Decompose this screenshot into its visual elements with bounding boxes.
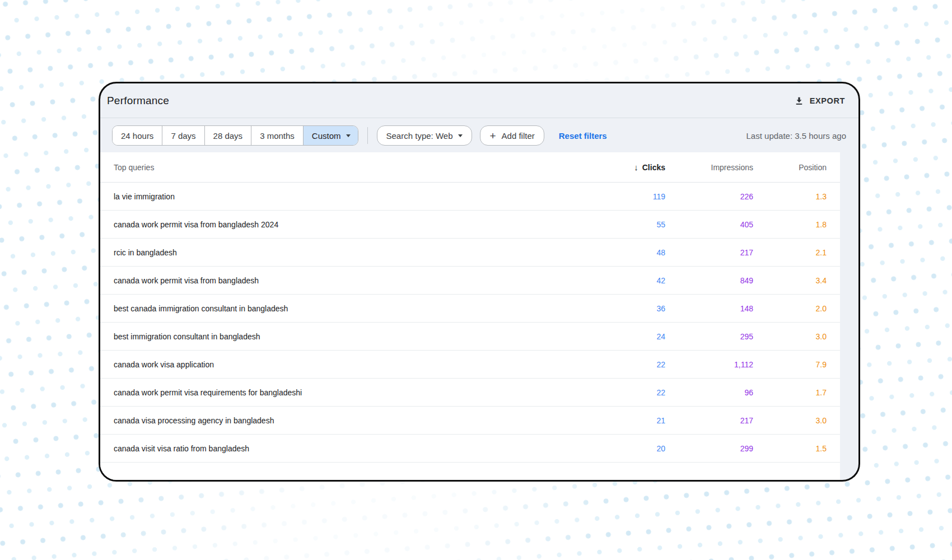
filter-toolbar: 24 hours7 days28 days3 monthsCustom Sear…: [100, 118, 858, 153]
table-row[interactable]: canada work permit visa from bangladesh …: [100, 267, 840, 295]
impressions-value: 299: [665, 444, 753, 453]
impressions-value: 226: [665, 192, 753, 201]
date-range-28-days[interactable]: 28 days: [205, 126, 252, 145]
clicks-value: 22: [598, 388, 665, 397]
plus-icon: +: [489, 130, 496, 141]
impressions-value: 148: [665, 304, 753, 313]
date-range-segmented-control: 24 hours7 days28 days3 monthsCustom: [112, 125, 358, 146]
impressions-value: 405: [665, 220, 753, 229]
clicks-value: 119: [598, 192, 665, 201]
date-range-label: 7 days: [171, 131, 195, 141]
table-row[interactable]: la vie immigration 119 226 1.3: [100, 183, 840, 211]
query-cell: canada work permit visa requirements for…: [114, 388, 598, 397]
impressions-value: 295: [665, 332, 753, 341]
table-row[interactable]: rcic in bangladesh 48 217 2.1: [100, 239, 840, 267]
date-range-label: 24 hours: [121, 131, 153, 141]
date-range-24-hours[interactable]: 24 hours: [113, 126, 162, 145]
card-header: Performance EXPORT: [100, 83, 858, 118]
query-cell: canada work visa application: [114, 360, 598, 369]
clicks-value: 20: [598, 444, 665, 453]
table-row[interactable]: best canada immigration consultant in ba…: [100, 295, 840, 323]
impressions-value: 96: [665, 388, 753, 397]
query-cell: best canada immigration consultant in ba…: [114, 304, 598, 313]
chevron-down-icon: [458, 134, 463, 137]
column-header-top-queries[interactable]: Top queries: [114, 163, 598, 172]
export-button[interactable]: EXPORT: [788, 92, 851, 109]
query-cell: canada work permit visa from bangladesh: [114, 276, 598, 285]
reset-filters-link[interactable]: Reset filters: [559, 131, 607, 141]
table-row[interactable]: canada work permit visa from bangladesh …: [100, 211, 840, 239]
impressions-value: 849: [665, 276, 753, 285]
column-header-impressions[interactable]: Impressions: [665, 163, 753, 172]
clicks-value: 36: [598, 304, 665, 313]
table-row[interactable]: canada visa processing agency in banglad…: [100, 407, 840, 435]
download-icon: [794, 96, 804, 106]
table-row[interactable]: best immigration consultant in banglades…: [100, 323, 840, 351]
add-filter-button[interactable]: + Add filter: [480, 125, 544, 146]
clicks-value: 22: [598, 360, 665, 369]
date-range-label: 3 months: [260, 131, 295, 141]
table-row[interactable]: canada visit visa ratio from bangladesh …: [100, 435, 840, 463]
impressions-value: 217: [665, 248, 753, 257]
date-range-3-months[interactable]: 3 months: [251, 126, 304, 145]
clicks-value: 42: [598, 276, 665, 285]
date-range-custom[interactable]: Custom: [304, 126, 358, 145]
column-header-position[interactable]: Position: [753, 163, 827, 172]
query-cell: rcic in bangladesh: [114, 248, 598, 257]
position-value: 3.0: [753, 416, 827, 425]
page-title: Performance: [107, 95, 169, 107]
search-type-label: Search type: Web: [386, 131, 453, 141]
toolbar-divider: [367, 127, 368, 144]
position-value: 3.0: [753, 332, 827, 341]
position-value: 1.7: [753, 388, 827, 397]
query-cell: canada work permit visa from bangladesh …: [114, 220, 598, 229]
search-type-dropdown[interactable]: Search type: Web: [377, 125, 473, 146]
sort-descending-icon: ↓: [634, 162, 638, 172]
date-range-7-days[interactable]: 7 days: [162, 126, 204, 145]
clicks-header-label: Clicks: [642, 163, 665, 172]
query-cell: canada visa processing agency in banglad…: [114, 416, 598, 425]
position-value: 2.1: [753, 248, 827, 257]
table-header-row: Top queries ↓ Clicks Impressions Positio…: [100, 152, 840, 183]
table-row[interactable]: canada work visa application 22 1,112 7.…: [100, 351, 840, 379]
clicks-value: 21: [598, 416, 665, 425]
chevron-down-icon: [346, 134, 351, 137]
table-body: la vie immigration 119 226 1.3 canada wo…: [100, 183, 840, 463]
clicks-value: 48: [598, 248, 665, 257]
position-value: 3.4: [753, 276, 827, 285]
date-range-label: 28 days: [213, 131, 243, 141]
position-value: 1.3: [753, 192, 827, 201]
query-cell: canada visit visa ratio from bangladesh: [114, 444, 598, 453]
position-value: 7.9: [753, 360, 827, 369]
impressions-value: 217: [665, 416, 753, 425]
last-update-text: Last update: 3.5 hours ago: [746, 131, 851, 141]
position-value: 1.8: [753, 220, 827, 229]
add-filter-label: Add filter: [502, 131, 535, 141]
query-cell: best immigration consultant in banglades…: [114, 332, 598, 341]
performance-report-card: Performance EXPORT 24 hours7 days28 days…: [99, 82, 860, 482]
export-label: EXPORT: [810, 96, 845, 105]
position-value: 2.0: [753, 304, 827, 313]
query-cell: la vie immigration: [114, 192, 598, 201]
date-range-label: Custom: [312, 131, 341, 141]
position-value: 1.5: [753, 444, 827, 453]
impressions-value: 1,112: [665, 360, 753, 369]
table-row[interactable]: canada work permit visa requirements for…: [100, 379, 840, 407]
column-header-clicks[interactable]: ↓ Clicks: [598, 162, 665, 172]
clicks-value: 24: [598, 332, 665, 341]
clicks-value: 55: [598, 220, 665, 229]
top-queries-table: Top queries ↓ Clicks Impressions Positio…: [100, 152, 840, 480]
